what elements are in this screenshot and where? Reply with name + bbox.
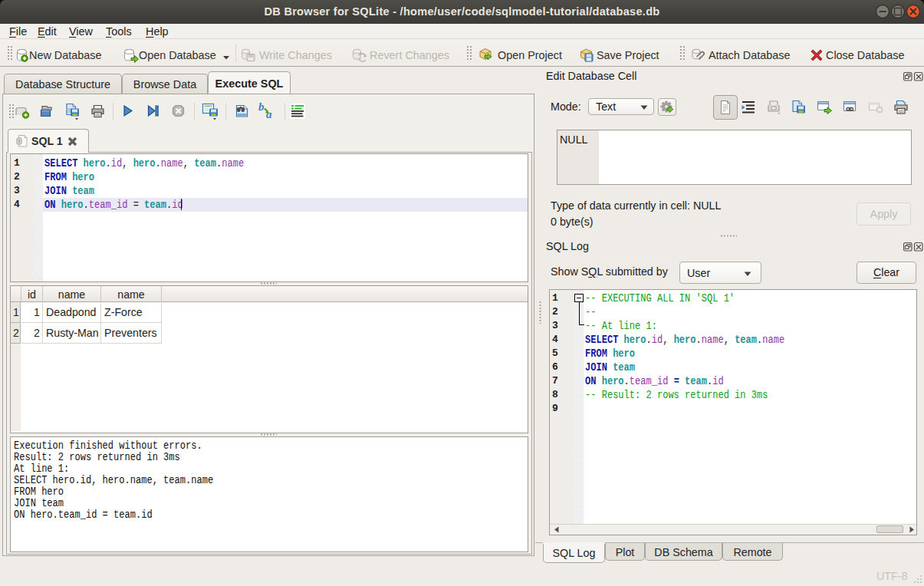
svg-text:a: a	[266, 108, 272, 119]
svg-text:b: b	[258, 102, 265, 113]
